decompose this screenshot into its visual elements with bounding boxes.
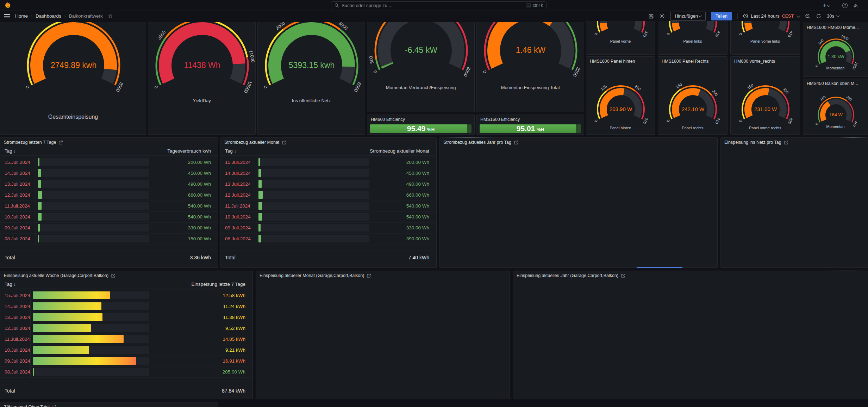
panel-title[interactable]: HM600 vorne_rechts	[734, 59, 775, 64]
new-menu-button[interactable]: +	[823, 2, 830, 8]
table-cell-value: 490.00 Wh	[406, 181, 429, 187]
menu-toggle-button[interactable]	[4, 13, 10, 19]
panel-link-icon[interactable]	[52, 405, 57, 407]
table-bar	[33, 302, 101, 310]
time-range-picker[interactable]: Last 24 hours CEST	[743, 13, 800, 19]
breadcrumb-dashboards[interactable]: Dashboards	[36, 13, 61, 19]
svg-text:2749.89 kwh: 2749.89 kwh	[50, 61, 96, 70]
gauge-label-hms450: Momentan	[803, 124, 868, 129]
table-cell-value: 12.58 kWh	[223, 293, 245, 298]
table-bar	[38, 169, 41, 177]
table-cell-date: 15.Juli.2024	[5, 160, 30, 165]
panel-link-icon[interactable]	[621, 273, 625, 278]
panel-title[interactable]: Strombezug aktuelles Jahr pro Tag	[443, 140, 518, 145]
table-total-separator	[0, 384, 252, 384]
panel-title[interactable]: Zählerstand Oben Total	[4, 405, 57, 407]
table-header-day[interactable]: Tag ↓	[5, 148, 16, 154]
panel-loading-indicator	[444, 137, 493, 138]
save-dashboard-button[interactable]	[648, 13, 654, 19]
table-row: 14.Juli.202411.24 kWh	[0, 301, 252, 312]
breadcrumb-separator: ›	[64, 14, 66, 19]
panel-link-icon[interactable]	[367, 273, 371, 278]
favorite-star-button[interactable]: ☆	[108, 13, 113, 19]
svg-text:375: 375	[642, 30, 649, 38]
refresh-interval-dropdown[interactable]: 30s	[827, 13, 839, 19]
table-row: 10.Juli.2024540.00 Wh	[221, 211, 436, 222]
gauge-momentan_total: 022001.46 kW	[477, 22, 584, 87]
gauge-label-gesamteinspeisung: Gesamteinspeisung	[0, 114, 146, 120]
panel-link-icon[interactable]	[282, 140, 286, 145]
share-button[interactable]: Teilen	[711, 12, 732, 20]
table-bar	[38, 158, 39, 166]
gauge-label-yieldday: YieldDay	[148, 98, 255, 103]
panel-title[interactable]: HMS1600 Panel hinten	[590, 59, 635, 64]
table-cell-value: 330.00 Wh	[188, 225, 211, 230]
news-rss-button[interactable]	[854, 2, 859, 8]
search-input[interactable]: Suche oder springe zu ... ctrl+k	[331, 1, 547, 9]
panel-title[interactable]: Einspeisung aktuelles Jahr (Garage,Carpo…	[517, 273, 625, 278]
add-panel-button[interactable]: Hinzufügen	[670, 12, 706, 21]
table-cell-value: 11.24 kWh	[223, 304, 245, 309]
table-header-day[interactable]: Tag ↓	[5, 282, 16, 287]
panel-title[interactable]: HM600 Efficiency	[371, 117, 405, 122]
panel-title-text: HMS1600 Efficiency	[480, 117, 520, 122]
table-cell-date: 12.Juli.2024	[5, 326, 30, 331]
table-bar	[33, 368, 34, 376]
panel-title[interactable]: HMS450 Balkon oben M...	[807, 81, 858, 86]
table-row: 12.Juli.20249.52 kWh	[0, 323, 252, 334]
svg-text:0: 0	[594, 32, 598, 36]
search-shortcut: ctrl+k	[526, 3, 543, 8]
table-row: 08.Juli.2024390.00 Wh	[221, 233, 436, 244]
panel-strombezug_jahr: Strombezug aktuelles Jahr pro Tag	[439, 137, 718, 268]
table-bar-track	[258, 213, 369, 221]
panel-title[interactable]: Einspeisung ins Netz pro Tag	[724, 140, 788, 145]
panel-title[interactable]: Einspeisung aktueller Monat (Garage,Carp…	[260, 273, 371, 278]
svg-text:0: 0	[594, 119, 598, 123]
svg-text:425: 425	[787, 117, 794, 125]
panel-title-text: HMS1600 Panel hinten	[590, 59, 635, 64]
gauge-label-panel_vorne_links: Panel vorne links	[731, 39, 800, 43]
panel-link-icon[interactable]	[111, 273, 115, 278]
gauge-label-panel_rechts: Panel rechts	[658, 126, 727, 130]
zoom-out-button[interactable]	[805, 13, 811, 19]
gauge-area-panel_rechts: 0150300410242.10 W	[658, 57, 727, 134]
table-header-day[interactable]: Tag ↓	[225, 148, 236, 154]
panel-title[interactable]: HMS1600 Efficiency	[480, 117, 520, 122]
svg-text:242.10 W: 242.10 W	[682, 106, 705, 112]
help-button[interactable]: ?	[842, 3, 848, 8]
panel-title-text: HM600 Efficiency	[371, 117, 405, 122]
table-cell-value: 660.00 Wh	[406, 192, 429, 198]
table-bar	[258, 235, 261, 242]
panel-title[interactable]: HMS1600 HM600 Mome...	[807, 25, 859, 30]
top-navigation: Suche oder springe zu ... ctrl+k + ?	[0, 0, 868, 21]
table-header-value[interactable]: Einspeisung letzte 7 Tage	[191, 282, 245, 287]
table-cell-date: 10.Juli.2024	[5, 347, 30, 353]
svg-text:0: 0	[25, 85, 31, 89]
refresh-button[interactable]	[816, 13, 822, 19]
table-bar-track	[38, 224, 149, 232]
table-bar	[38, 224, 40, 232]
table-bar-track	[38, 158, 149, 166]
breadcrumb-home[interactable]: Home	[15, 13, 28, 19]
table-row: 11.Juli.202414.85 kWh	[0, 334, 252, 345]
dashboard-settings-button[interactable]	[659, 13, 665, 19]
panel-link-icon[interactable]	[514, 140, 518, 145]
panel-title[interactable]: Einspeisung aktuelle Woche (Garage,Carpo…	[4, 273, 115, 278]
grafana-logo-icon[interactable]	[4, 1, 12, 10]
svg-text:0: 0	[666, 119, 670, 123]
table-row-separator	[0, 244, 218, 245]
panel-link-icon[interactable]	[58, 140, 63, 145]
panel-panel_hinten: HMS1600 Panel hinten0125250375203.90 WPa…	[586, 56, 655, 135]
table-row: 08.Juli.2024150.00 Wh	[0, 233, 218, 244]
panel-title[interactable]: Strombezug letzten 7 Tage	[4, 140, 63, 145]
panel-title[interactable]: Strombezug aktueller Monat	[224, 140, 286, 145]
table-bar-track	[38, 191, 149, 199]
table-header-value[interactable]: Tagesverbrauch kwh	[167, 148, 211, 154]
table-header-value[interactable]: Strombezug aktueller Monat	[370, 148, 429, 154]
efficiency-value-unit: %H	[427, 127, 435, 132]
table-row: 13.Juli.2024490.00 Wh	[0, 179, 218, 190]
panel-link-icon[interactable]	[784, 140, 788, 145]
table-cell-value: 200.00 Wh	[406, 160, 429, 165]
panel-title[interactable]: HMS1600 Panel Rechts	[662, 59, 708, 64]
timezone-label: CEST	[782, 14, 794, 19]
